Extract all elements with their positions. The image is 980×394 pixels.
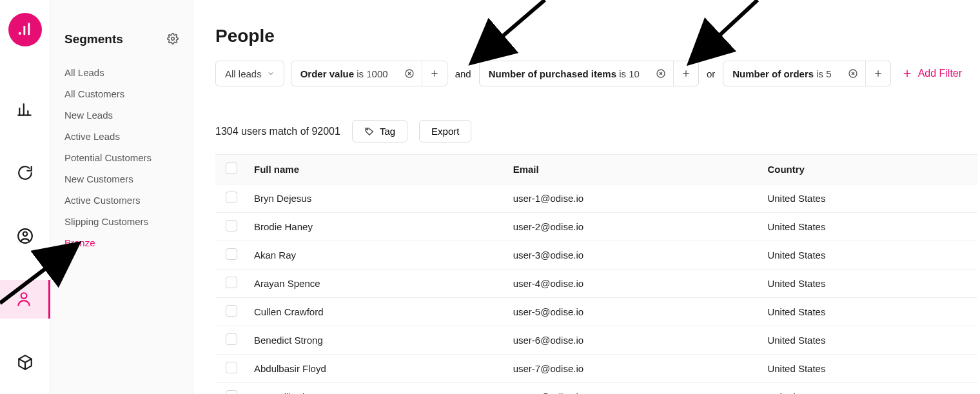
nav-item-contacts[interactable] bbox=[0, 217, 50, 255]
page-title: People bbox=[215, 26, 980, 46]
row-checkbox[interactable] bbox=[226, 362, 237, 373]
cell-email: user-8@odise.io bbox=[507, 383, 761, 395]
table-row[interactable]: Cullen Crawforduser-5@odise.ioUnited Sta… bbox=[215, 298, 977, 326]
plus-icon bbox=[901, 68, 913, 79]
table-row[interactable]: Bryn Dejesususer-1@odise.ioUnited States bbox=[215, 184, 977, 213]
cell-country: United States bbox=[761, 241, 977, 270]
tag-button-label: Tag bbox=[380, 126, 395, 137]
cell-email: user-5@odise.io bbox=[507, 298, 761, 326]
cell-name: Arayan Spence bbox=[248, 270, 507, 298]
table-row[interactable]: Brett Dillarduser-8@odise.ioUnited State… bbox=[215, 383, 977, 395]
nav-item-analytics[interactable] bbox=[0, 90, 50, 129]
row-checkbox[interactable] bbox=[226, 390, 237, 394]
svg-point-9 bbox=[21, 293, 27, 299]
table-row[interactable]: Benedict Stronguser-6@odise.ioUnited Sta… bbox=[215, 326, 977, 355]
segment-item[interactable]: Active Leads bbox=[50, 126, 193, 147]
people-table: Full name Email Country Bryn Dejesususer… bbox=[215, 154, 977, 394]
table-row[interactable]: Akan Rayuser-3@odise.ioUnited States bbox=[215, 241, 977, 270]
cell-country: United States bbox=[761, 355, 977, 383]
row-checkbox[interactable] bbox=[226, 305, 237, 317]
export-button-label: Export bbox=[431, 126, 459, 137]
row-checkbox[interactable] bbox=[226, 192, 237, 203]
col-country: Country bbox=[761, 155, 977, 184]
table-row[interactable]: Abdulbasir Floyduser-7@odise.ioUnited St… bbox=[215, 355, 977, 383]
close-icon bbox=[848, 68, 858, 79]
cell-country: United States bbox=[761, 383, 977, 395]
filter-text: Order value is 1000 bbox=[291, 61, 397, 86]
chevron-down-icon bbox=[267, 70, 275, 77]
segment-item[interactable]: Slipping Customers bbox=[50, 211, 193, 232]
tag-button[interactable]: Tag bbox=[352, 120, 407, 143]
svg-point-0 bbox=[18, 32, 21, 35]
filter-chip[interactable]: Number of purchased items is 10 bbox=[479, 61, 699, 86]
filter-join-word: or bbox=[705, 68, 716, 79]
col-email: Email bbox=[507, 155, 761, 184]
segments-title: Segments bbox=[64, 32, 123, 46]
export-button[interactable]: Export bbox=[419, 120, 471, 143]
plus-icon bbox=[873, 68, 883, 79]
leads-dropdown[interactable]: All leads bbox=[215, 61, 284, 86]
cell-country: United States bbox=[761, 213, 977, 241]
cell-name: Bryn Dejesus bbox=[248, 184, 507, 213]
segment-item[interactable]: Bronze bbox=[50, 232, 193, 253]
svg-point-11 bbox=[172, 37, 175, 40]
add-filter-button[interactable]: Add Filter bbox=[897, 68, 962, 79]
table-row[interactable]: Brodie Haneyuser-2@odise.ioUnited States bbox=[215, 213, 977, 241]
filter-chip[interactable]: Number of orders is 5 bbox=[723, 61, 890, 86]
cell-name: Cullen Crawford bbox=[248, 298, 507, 326]
match-bar: 1304 users match of 92001 Tag Export bbox=[215, 120, 980, 143]
nav-item-people[interactable] bbox=[0, 280, 50, 319]
nav-item-sync[interactable] bbox=[0, 153, 50, 192]
app-logo[interactable] bbox=[8, 13, 42, 46]
row-checkbox[interactable] bbox=[226, 333, 237, 345]
cell-name: Benedict Strong bbox=[248, 326, 507, 355]
add-filter-label: Add Filter bbox=[918, 68, 962, 79]
filter-add-condition[interactable] bbox=[422, 61, 447, 86]
filter-remove[interactable] bbox=[841, 61, 865, 86]
close-icon bbox=[656, 68, 666, 79]
leads-dropdown-label: All leads bbox=[225, 68, 262, 79]
plus-icon bbox=[681, 68, 691, 79]
filter-chip[interactable]: Order value is 1000 bbox=[291, 61, 447, 86]
segment-item[interactable]: Active Customers bbox=[50, 190, 193, 211]
cell-email: user-3@odise.io bbox=[507, 241, 761, 270]
segment-item[interactable]: New Customers bbox=[50, 168, 193, 190]
filter-add-condition[interactable] bbox=[674, 61, 698, 86]
filter-remove[interactable] bbox=[649, 61, 673, 86]
cell-name: Akan Ray bbox=[248, 241, 507, 270]
filter-text: Number of orders is 5 bbox=[723, 61, 840, 86]
filter-add-condition[interactable] bbox=[866, 61, 890, 86]
row-checkbox[interactable] bbox=[226, 220, 237, 231]
filter-join-word: and bbox=[454, 68, 473, 79]
segment-item[interactable]: New Leads bbox=[50, 104, 193, 126]
tag-icon bbox=[364, 126, 375, 137]
filter-text: Number of purchased items is 10 bbox=[480, 61, 649, 86]
segment-item[interactable]: All Customers bbox=[50, 83, 193, 104]
gear-icon bbox=[167, 33, 179, 44]
row-checkbox[interactable] bbox=[226, 277, 237, 288]
svg-point-8 bbox=[23, 232, 27, 237]
cell-email: user-2@odise.io bbox=[507, 213, 761, 241]
cell-country: United States bbox=[761, 270, 977, 298]
plus-icon bbox=[429, 68, 440, 79]
cell-name: Abdulbasir Floyd bbox=[248, 355, 507, 383]
cell-country: United States bbox=[761, 184, 977, 213]
col-fullname: Full name bbox=[248, 155, 507, 184]
cell-country: United States bbox=[761, 326, 977, 355]
table-row[interactable]: Arayan Spenceuser-4@odise.ioUnited State… bbox=[215, 270, 977, 298]
close-icon bbox=[404, 68, 415, 79]
segment-item[interactable]: Potential Customers bbox=[50, 147, 193, 168]
cell-country: United States bbox=[761, 298, 977, 326]
match-summary: 1304 users match of 92001 bbox=[215, 126, 340, 137]
filter-remove[interactable] bbox=[397, 61, 422, 86]
cell-name: Brodie Haney bbox=[248, 213, 507, 241]
segment-item[interactable]: All Leads bbox=[50, 62, 193, 83]
svg-point-29 bbox=[367, 128, 368, 130]
cell-email: user-6@odise.io bbox=[507, 326, 761, 355]
cell-email: user-7@odise.io bbox=[507, 355, 761, 383]
select-all-checkbox[interactable] bbox=[226, 163, 237, 174]
segments-settings-button[interactable] bbox=[167, 33, 179, 46]
main-content: People All leads Order value is 1000andN… bbox=[193, 0, 980, 394]
row-checkbox[interactable] bbox=[226, 248, 237, 260]
nav-item-cube[interactable] bbox=[0, 343, 50, 382]
